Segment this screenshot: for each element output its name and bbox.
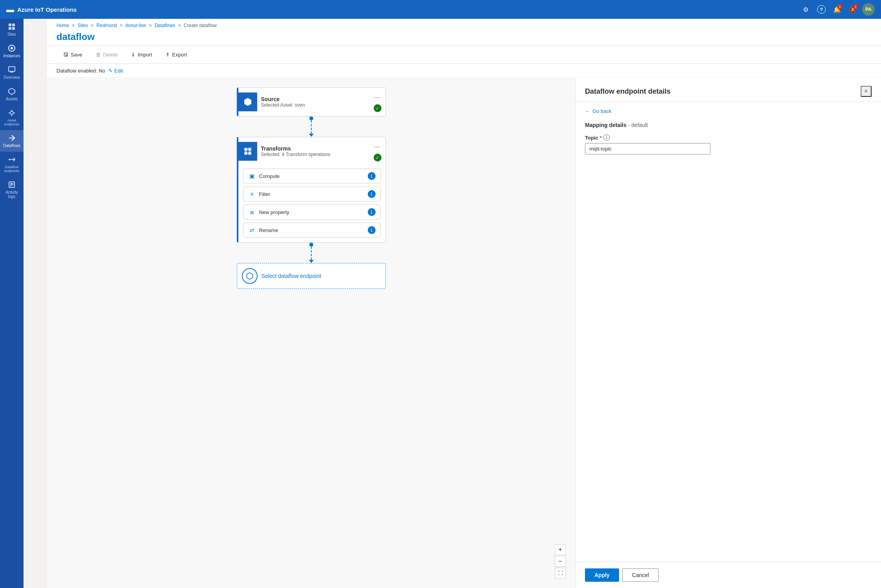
endpoint-node-title: Select dataflow endpoint xyxy=(262,273,322,279)
settings-button[interactable]: ⚙ xyxy=(799,3,812,16)
connector-dot-1 xyxy=(309,116,313,120)
sidebar-label-instances: Instances xyxy=(4,54,20,58)
source-node-menu[interactable]: … xyxy=(374,92,381,100)
alert-badge: 1 xyxy=(853,4,858,9)
canvas-container: Source Selected Asset: oven … ✓ xyxy=(47,78,881,588)
topic-info-icon[interactable]: i xyxy=(603,134,610,141)
settings-icon: ⚙ xyxy=(803,6,808,13)
transform-item-filter[interactable]: ≡ Filter 1 xyxy=(243,187,381,201)
instances-icon xyxy=(8,44,16,52)
flow-canvas[interactable]: Source Selected Asset: oven … ✓ xyxy=(47,78,575,588)
panel-body: ← Go back Mapping details - default Topi… xyxy=(576,102,881,562)
delete-label: Delete xyxy=(103,52,118,58)
canvas-controls: + − ⛶ xyxy=(555,544,566,579)
transform-item-compute[interactable]: ▣ Compute 1 xyxy=(243,169,381,183)
connector-2 xyxy=(309,243,314,263)
rename-icon: ⇄ xyxy=(248,226,256,234)
help-icon: ? xyxy=(817,5,826,14)
dataflows-icon xyxy=(8,134,16,142)
flow-nodes: Source Selected Asset: oven … ✓ xyxy=(237,87,386,289)
source-node-subtitle: Selected Asset: oven xyxy=(261,102,305,108)
toolbar: 🖫 Save 🗑 Delete ⇓ Import ⇑ Export xyxy=(47,45,881,64)
import-icon: ⇓ xyxy=(131,52,135,58)
endpoint-node-header: Select dataflow endpoint xyxy=(237,263,385,289)
transform-item-new-property[interactable]: ≣ New property 1 xyxy=(243,205,381,220)
transforms-icon-box xyxy=(238,142,257,161)
sidebar-item-instances[interactable]: Instances xyxy=(0,40,24,62)
endpoint-node[interactable]: Select dataflow endpoint xyxy=(237,263,386,289)
app-title: Azure IoT Operations xyxy=(17,6,77,13)
delete-icon: 🗑 xyxy=(96,52,101,58)
breadcrumb-donut-line[interactable]: donut-line xyxy=(125,23,146,28)
svg-rect-3 xyxy=(12,27,15,30)
sidebar-label-overview: Overview xyxy=(4,75,20,80)
breadcrumb-current: Create dataflow xyxy=(184,23,217,28)
connector-dot-2 xyxy=(309,243,313,247)
breadcrumb-redmond[interactable]: Redmond xyxy=(96,23,117,28)
help-button[interactable]: ? xyxy=(815,3,828,16)
required-star: * xyxy=(600,135,602,141)
sidebar-item-dataflows[interactable]: Dataflows xyxy=(0,130,24,152)
source-icon-box xyxy=(238,93,257,111)
export-button[interactable]: ⇑ Export xyxy=(159,49,194,60)
notifications-button[interactable]: 🔔 1 xyxy=(831,3,843,16)
delete-button[interactable]: 🗑 Delete xyxy=(89,49,125,60)
compute-badge: 1 xyxy=(368,172,376,180)
sidebar-label-sites: Sites xyxy=(7,32,16,36)
panel-close-button[interactable]: × xyxy=(861,86,872,97)
source-node-check: ✓ xyxy=(374,104,381,112)
transform-items: ▣ Compute 1 ≡ Filter 1 xyxy=(238,165,385,242)
sidebar-item-assets[interactable]: Assets xyxy=(0,83,24,105)
panel-title: Dataflow endpoint details xyxy=(585,87,670,96)
apply-button[interactable]: Apply xyxy=(585,568,619,582)
sidebar-label-dataflow-endpoints: Dataflow endpoints xyxy=(2,165,22,173)
source-node-text: Source Selected Asset: oven xyxy=(261,96,305,108)
import-label: Import xyxy=(138,52,152,58)
edit-button[interactable]: ✎ Edit xyxy=(108,68,123,74)
breadcrumb-home[interactable]: Home xyxy=(56,23,69,28)
breadcrumb-dataflows[interactable]: Dataflows xyxy=(154,23,175,28)
cancel-button[interactable]: Cancel xyxy=(622,568,659,582)
activity-logs-icon xyxy=(8,181,16,189)
transforms-node-menu[interactable]: … xyxy=(374,141,381,149)
sidebar-item-asset-endpoints[interactable]: Asset endpoints xyxy=(0,105,24,130)
rename-label: Rename xyxy=(259,227,278,233)
go-back-button[interactable]: ← Go back xyxy=(585,108,872,114)
svg-rect-0 xyxy=(9,24,11,26)
save-button[interactable]: 🖫 Save xyxy=(56,49,89,60)
edit-label: Edit xyxy=(114,68,123,74)
topic-input[interactable] xyxy=(585,143,710,154)
breadcrumb-sites[interactable]: Sites xyxy=(78,23,88,28)
topic-label: Topic * i xyxy=(585,134,872,141)
assets-icon xyxy=(8,87,16,95)
sidebar-item-activity-logs[interactable]: Activity logs xyxy=(0,177,24,203)
transform-item-rename[interactable]: ⇄ Rename 1 xyxy=(243,223,381,238)
dataflow-enabled-bar: Dataflow enabled: No ✎ Edit xyxy=(47,64,881,78)
panel-footer: Apply Cancel xyxy=(576,562,881,588)
endpoint-node-text: Select dataflow endpoint xyxy=(262,273,322,279)
save-icon: 🖫 xyxy=(63,52,68,58)
zoom-out-button[interactable]: − xyxy=(555,556,566,567)
dataflow-endpoints-icon xyxy=(8,156,16,163)
sidebar-item-overview[interactable]: Overview xyxy=(0,62,24,83)
zoom-in-button[interactable]: + xyxy=(555,544,566,555)
svg-rect-1 xyxy=(12,24,15,26)
page-title: dataflow xyxy=(47,30,881,45)
user-avatar[interactable]: PA xyxy=(862,3,875,16)
sidebar-item-sites[interactable]: Sites xyxy=(0,19,24,40)
import-button[interactable]: ⇓ Import xyxy=(124,49,159,60)
source-node[interactable]: Source Selected Asset: oven … ✓ xyxy=(237,87,386,116)
sidebar-item-dataflow-endpoints[interactable]: Dataflow endpoints xyxy=(0,152,24,177)
transforms-node[interactable]: Transforms Selected: 4 Transform operati… xyxy=(237,137,386,243)
topnav: ▬ Azure IoT Operations ⚙ ? 🔔 1 🔕 1 PA xyxy=(0,0,881,19)
section-subtitle: - default xyxy=(628,122,648,128)
connector-line-2 xyxy=(311,247,312,260)
fit-button[interactable]: ⛶ xyxy=(555,568,566,579)
sites-icon xyxy=(8,23,16,31)
go-back-label: Go back xyxy=(592,108,611,114)
alerts-button[interactable]: 🔕 1 xyxy=(846,3,859,16)
source-node-header: Source Selected Asset: oven … ✓ xyxy=(238,88,385,116)
filter-label: Filter xyxy=(259,191,271,197)
go-back-icon: ← xyxy=(585,108,590,114)
save-label: Save xyxy=(71,52,82,58)
